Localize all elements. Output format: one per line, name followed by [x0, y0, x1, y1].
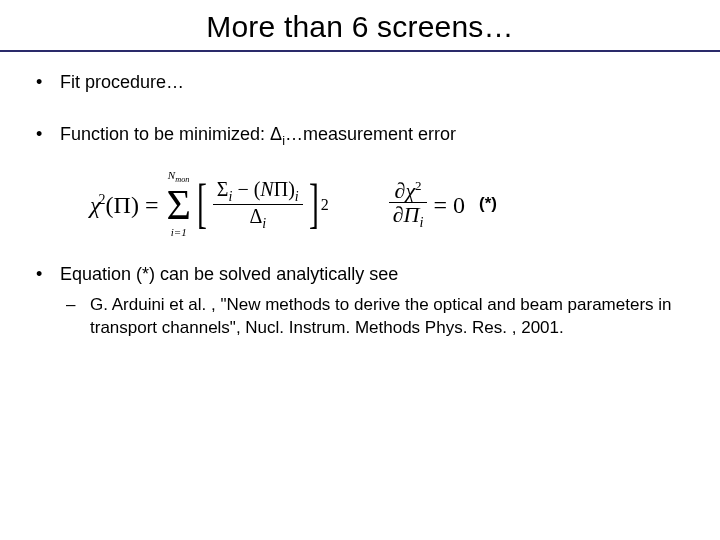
chi-exponent: 2: [99, 192, 106, 207]
right-bracket: ]: [309, 186, 319, 224]
outer-exponent: 2: [321, 194, 329, 216]
partial-bot: ∂Π: [393, 202, 420, 227]
inner-fraction: Σi − (NΠ)i Δi: [213, 178, 303, 232]
bullet-list: Fit procedure… Function to be minimized:…: [30, 70, 690, 150]
den-delta: Δ: [249, 205, 262, 227]
deriv-fraction: ∂χ2 ∂Πi: [389, 179, 428, 231]
reference-text: G. Arduini et al. , "New methods to deri…: [90, 295, 672, 337]
num-pi: Π): [274, 178, 295, 200]
partial-top: ∂: [395, 178, 406, 203]
bullet-text: Fit procedure…: [60, 72, 184, 92]
num-mid: − (: [232, 178, 260, 200]
bullet-fit-procedure: Fit procedure…: [30, 70, 690, 94]
equation-chi-squared: χ2(Π) = Nmon Σ i=1 [ Σi − (NΠ)i Δi: [90, 178, 329, 232]
fraction-numerator: Σi − (NΠ)i: [213, 178, 303, 204]
equation-derivative: ∂χ2 ∂Πi = 0 (*): [389, 179, 497, 231]
den-delta-sub: i: [262, 216, 266, 231]
reference-item: G. Arduini et al. , "New methods to deri…: [60, 294, 690, 340]
eq-lhs: χ2(Π) =: [90, 189, 158, 221]
fraction-denominator: Δi: [245, 205, 270, 231]
chi-top: χ: [405, 178, 415, 203]
equation-marker: (*): [479, 193, 497, 216]
pi-sub: i: [419, 215, 423, 231]
summation-symbol: Nmon Σ i=1: [166, 184, 190, 226]
bullet-function-minimized: Function to be minimized: Δi…measurement…: [30, 122, 690, 150]
bullet-text: Equation (*) can be solved analytically …: [60, 264, 398, 284]
deriv-numerator: ∂χ2: [391, 179, 426, 202]
num-script-N: N: [260, 178, 273, 200]
chi-top-sq: 2: [415, 178, 422, 193]
equation-row: χ2(Π) = Nmon Σ i=1 [ Σi − (NΠ)i Δi: [90, 178, 690, 232]
slide-body: Fit procedure… Function to be minimized:…: [0, 70, 720, 340]
num-pi-sub: i: [295, 189, 299, 204]
sum-upper-limit: Nmon: [168, 170, 190, 184]
delta-symbol: Δ: [270, 124, 282, 144]
title-rule: [0, 50, 720, 52]
sum-upper-sub: mon: [175, 175, 189, 184]
num-sigma: Σ: [217, 178, 229, 200]
eq-arg: (Π) =: [106, 192, 159, 218]
slide-title: More than 6 screens…: [0, 0, 720, 50]
equals-zero: = 0: [433, 189, 465, 221]
slide: More than 6 screens… Fit procedure… Func…: [0, 0, 720, 540]
bullet-equation-solved: Equation (*) can be solved analytically …: [30, 262, 690, 340]
bullet-text-post: …measurement error: [285, 124, 456, 144]
deriv-denominator: ∂Πi: [389, 203, 428, 230]
sub-bullet-list: G. Arduini et al. , "New methods to deri…: [60, 294, 690, 340]
left-bracket: [: [197, 186, 207, 224]
bullet-list-2: Equation (*) can be solved analytically …: [30, 262, 690, 340]
bullet-text-pre: Function to be minimized:: [60, 124, 270, 144]
sum-lower-limit: i=1: [171, 227, 187, 238]
